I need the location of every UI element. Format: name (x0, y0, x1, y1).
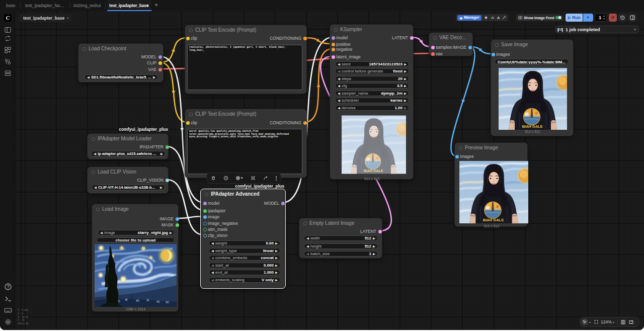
svg-text:BIAH GALE: BIAH GALE (522, 124, 542, 129)
svg-text:BIAH GALE: BIAH GALE (483, 218, 504, 222)
